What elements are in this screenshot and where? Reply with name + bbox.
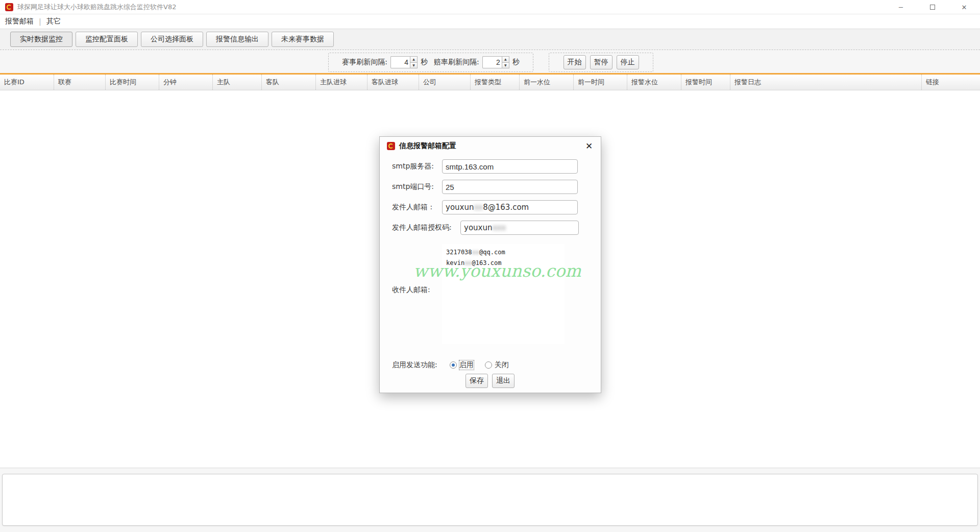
- enable-radio[interactable]: [450, 361, 457, 369]
- match-refresh-down-icon[interactable]: ▼: [410, 63, 418, 69]
- smtp-server-input[interactable]: [442, 159, 578, 174]
- column-header-3: 比赛时间: [105, 75, 159, 90]
- sender-email-prefix: youxun: [446, 203, 474, 212]
- column-header-11: 前一水位: [519, 75, 573, 90]
- menu-item-alert-mailbox[interactable]: 报警邮箱: [0, 14, 39, 29]
- enable-radio-label[interactable]: 启用: [459, 360, 474, 370]
- dialog-app-icon: [387, 142, 395, 150]
- column-header-9: 公司: [419, 75, 470, 90]
- menu-bar: 报警邮箱 | 其它: [0, 14, 980, 29]
- dialog-close-icon: ✕: [585, 141, 593, 151]
- odds-refresh-unit: 秒: [512, 58, 520, 67]
- restore-button[interactable]: [917, 0, 948, 14]
- control-button-group: 开始 暂停 停止: [549, 53, 653, 72]
- sender-email-label: 发件人邮箱 :: [392, 200, 432, 214]
- dialog-close-button[interactable]: ✕: [582, 139, 596, 153]
- sender-email-redacted: xx: [474, 203, 483, 212]
- recipient-line: 3217038xx@qq.com: [446, 247, 565, 258]
- column-header-10: 报警类型: [470, 75, 519, 90]
- recipients-textarea[interactable]: 3217038xx@qq.com kevinxx@163.com: [442, 244, 565, 344]
- tab-monitor-config[interactable]: 监控配置面板: [76, 32, 138, 47]
- enable-send-row: 启用发送功能: 启用 关闭: [392, 358, 520, 372]
- save-button[interactable]: 保存: [465, 374, 488, 388]
- tab-future-matches[interactable]: 未来赛事数据: [272, 32, 334, 47]
- column-header-13: 报警水位: [627, 75, 681, 90]
- exit-button[interactable]: 退出: [492, 374, 514, 388]
- tab-realtime-monitor[interactable]: 实时数据监控: [10, 32, 72, 47]
- smtp-port-input[interactable]: [442, 180, 578, 194]
- match-refresh-unit: 秒: [421, 58, 428, 67]
- sender-email-input[interactable]: youxunxx8@163.com: [442, 200, 578, 214]
- recipient-1-suffix: @qq.com: [479, 249, 505, 256]
- odds-refresh-down-icon[interactable]: ▼: [502, 63, 509, 69]
- sender-email-suffix: 8@163.com: [483, 203, 529, 212]
- odds-refresh-spinner: ▲ ▼: [482, 56, 509, 68]
- tab-alert-output[interactable]: 报警信息输出: [206, 32, 268, 47]
- column-header-16: 链接: [921, 75, 980, 90]
- email-config-dialog: 信息报警邮箱配置 ✕ smtp服务器: smtp端口号: 发件人邮箱 : you…: [379, 136, 601, 393]
- recipient-line: kevinxx@163.com: [446, 258, 565, 269]
- recipient-2-prefix: kevin: [446, 259, 464, 267]
- minimize-icon: ─: [899, 4, 903, 11]
- toolbar: 赛事刷新间隔: ▲ ▼ 秒 赔率刷新间隔: ▲ ▼ 秒 开始 暂停 停止: [0, 50, 980, 73]
- restore-icon: [930, 5, 935, 10]
- pause-button[interactable]: 暂停: [590, 55, 612, 69]
- sender-auth-redacted: xxx: [492, 223, 506, 232]
- match-refresh-up-icon[interactable]: ▲: [410, 56, 418, 63]
- close-button[interactable]: ✕: [948, 0, 980, 14]
- column-header-4: 分钟: [159, 75, 212, 90]
- column-header-2: 联赛: [54, 75, 105, 90]
- column-header-15: 报警日志: [730, 75, 921, 90]
- enable-send-label: 启用发送功能:: [392, 360, 437, 370]
- title-bar: 球探网足球让球大小球欧赔跳盘跳水综合监控软件V82 ─ ✕: [0, 0, 980, 14]
- column-header-6: 客队: [261, 75, 315, 90]
- minimize-button[interactable]: ─: [885, 0, 917, 14]
- recipient-2-suffix: @163.com: [472, 259, 502, 267]
- column-header-7: 主队进球: [315, 75, 367, 90]
- recipients-label: 收件人邮箱:: [392, 283, 430, 297]
- smtp-server-label: smtp服务器:: [392, 159, 434, 174]
- match-refresh-label: 赛事刷新间隔:: [342, 58, 387, 67]
- recipient-1-redacted: xx: [472, 249, 479, 256]
- refresh-interval-group: 赛事刷新间隔: ▲ ▼ 秒 赔率刷新间隔: ▲ ▼ 秒: [328, 53, 533, 72]
- dialog-title-bar: 信息报警邮箱配置: [380, 137, 601, 155]
- table-header-row: 比赛ID联赛比赛时间分钟主队客队主队进球客队进球公司报警类型前一水位前一时间报警…: [0, 73, 980, 90]
- match-refresh-input[interactable]: [390, 56, 410, 68]
- recipient-1-prefix: 3217038: [446, 249, 472, 256]
- column-header-5: 主队: [212, 75, 261, 90]
- column-header-1: 比赛ID: [0, 75, 54, 90]
- sender-auth-prefix: youxun: [464, 223, 492, 232]
- column-header-12: 前一时间: [573, 75, 627, 90]
- tab-strip: 实时数据监控 监控配置面板 公司选择面板 报警信息输出 未来赛事数据: [0, 29, 980, 50]
- column-header-8: 客队进球: [367, 75, 419, 90]
- start-button[interactable]: 开始: [564, 55, 586, 69]
- tab-company-select[interactable]: 公司选择面板: [141, 32, 203, 47]
- app-icon: [5, 3, 13, 11]
- odds-refresh-up-icon[interactable]: ▲: [502, 56, 509, 63]
- disable-radio[interactable]: [485, 361, 492, 369]
- match-refresh-spinner: ▲ ▼: [390, 56, 418, 68]
- recipient-2-redacted: xx: [464, 259, 472, 267]
- stop-button[interactable]: 停止: [617, 55, 639, 69]
- menu-item-other[interactable]: 其它: [41, 14, 66, 29]
- sender-auth-input[interactable]: youxunxxx: [460, 221, 579, 235]
- window-title: 球探网足球让球大小球欧赔跳盘跳水综合监控软件V82: [17, 3, 176, 12]
- disable-radio-label[interactable]: 关闭: [495, 360, 509, 370]
- odds-refresh-input[interactable]: [482, 56, 502, 68]
- sender-auth-label: 发件人邮箱授权码:: [392, 221, 452, 235]
- smtp-port-label: smtp端口号:: [392, 180, 434, 194]
- window-controls: ─ ✕: [885, 0, 980, 14]
- odds-refresh-label: 赔率刷新间隔:: [434, 58, 479, 67]
- log-output-box[interactable]: [2, 474, 978, 526]
- dialog-title: 信息报警邮箱配置: [399, 141, 456, 151]
- close-icon: ✕: [962, 4, 967, 11]
- column-header-14: 报警时间: [681, 75, 730, 90]
